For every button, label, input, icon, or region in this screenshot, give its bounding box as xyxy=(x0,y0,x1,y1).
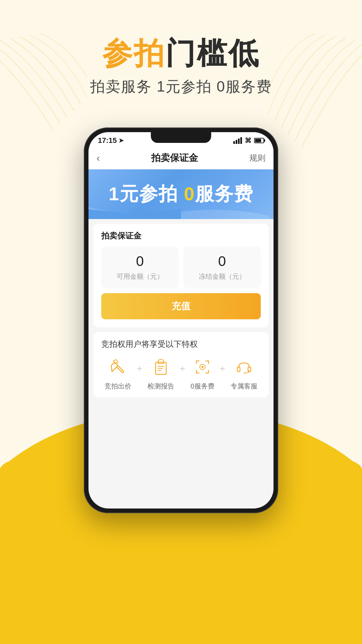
sub-title: 拍卖服务 1元参拍 0服务费 xyxy=(0,77,362,97)
promo-wave xyxy=(88,206,269,219)
phone-mockup: 17:15 ➤ ⌘ ‹ xyxy=(84,127,278,513)
svg-point-5 xyxy=(201,366,203,368)
privilege-name-customer: 专属客服 xyxy=(231,382,257,391)
deposit-title: 拍卖保证金 xyxy=(101,230,261,241)
nav-title: 拍卖保证金 xyxy=(151,152,198,164)
available-label: 可用金额（元） xyxy=(107,272,173,281)
privilege-name-service-fee: 0服务费 xyxy=(191,382,215,391)
privilege-item-report: 检测报告 xyxy=(147,356,174,391)
privilege-items: 竞拍出价 + xyxy=(101,356,261,391)
recharge-button[interactable]: 充值 xyxy=(101,293,261,319)
battery-icon xyxy=(254,138,264,143)
privilege-section: 竞拍权用户将享受以下特权 竞拍出价 + xyxy=(93,332,269,397)
privilege-item-bid: 竞拍出价 xyxy=(105,356,131,391)
phone-outer: 17:15 ➤ ⌘ ‹ xyxy=(84,127,278,513)
promo-banner: 1元参拍 0服务费 xyxy=(88,169,274,219)
promo-yellow-num: 0 xyxy=(184,183,195,204)
title-highlight: 参拍 xyxy=(102,37,165,70)
clipboard-icon xyxy=(150,356,172,378)
scan-face-icon xyxy=(192,356,213,378)
promo-text-part1: 1元参拍 xyxy=(109,183,184,204)
deposit-section: 拍卖保证金 0 可用金额（元） 0 冻结金额（元） 充值 xyxy=(93,224,269,327)
frozen-amount: 0 xyxy=(189,253,255,269)
status-left: 17:15 ➤ xyxy=(98,136,124,145)
status-time: 17:15 xyxy=(98,136,117,145)
nav-rules-button[interactable]: 规则 xyxy=(249,153,265,163)
privilege-item-customer: 专属客服 xyxy=(231,356,257,391)
frozen-card: 0 冻结金额（元） xyxy=(183,247,261,288)
plus-3: + xyxy=(220,363,225,374)
svg-rect-6 xyxy=(237,367,240,372)
phone-bottom-space xyxy=(88,397,274,424)
promo-text-part2: 服务费 xyxy=(195,183,253,204)
signal-icon xyxy=(233,137,242,144)
main-title: 参拍门槛低 xyxy=(0,37,362,70)
privilege-name-report: 检测报告 xyxy=(147,382,174,391)
available-amount: 0 xyxy=(107,253,173,269)
phone-inner: 17:15 ➤ ⌘ ‹ xyxy=(88,132,274,508)
promo-text: 1元参拍 0服务费 xyxy=(97,181,265,207)
plus-1: + xyxy=(137,363,142,374)
hammer-icon xyxy=(107,356,129,378)
privilege-item-service: 0服务费 xyxy=(191,356,215,391)
frozen-label: 冻结金额（元） xyxy=(189,272,255,281)
status-right: ⌘ xyxy=(233,137,264,145)
phone-notch xyxy=(151,132,211,143)
deposit-cards: 0 可用金额（元） 0 冻结金额（元） xyxy=(101,247,261,288)
location-icon: ➤ xyxy=(119,137,124,144)
privilege-name-bid: 竞拍出价 xyxy=(105,382,131,391)
title-dark: 门槛低 xyxy=(165,37,260,70)
headset-icon xyxy=(233,356,255,378)
available-card: 0 可用金额（元） xyxy=(101,247,179,288)
privilege-title: 竞拍权用户将享受以下特权 xyxy=(101,339,261,350)
plus-2: + xyxy=(180,363,185,374)
nav-back-button[interactable]: ‹ xyxy=(97,152,100,164)
nav-bar: ‹ 拍卖保证金 规则 xyxy=(88,147,274,169)
header-section: 参拍门槛低 拍卖服务 1元参拍 0服务费 xyxy=(0,37,362,97)
wifi-icon: ⌘ xyxy=(245,137,251,145)
